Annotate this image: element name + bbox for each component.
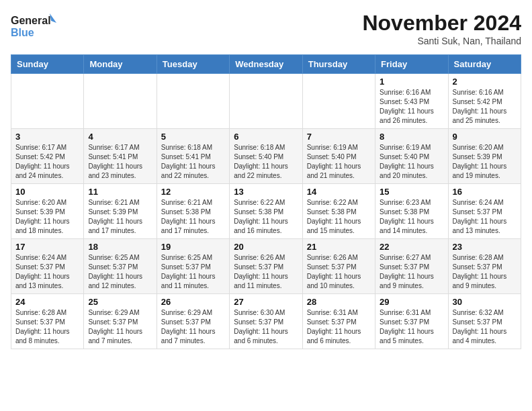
day-number: 20 bbox=[234, 242, 298, 252]
day-info: Sunrise: 6:24 AMSunset: 5:37 PMDaylight:… bbox=[453, 198, 517, 236]
day-number: 7 bbox=[307, 132, 371, 142]
day-info: Sunrise: 6:16 AMSunset: 5:42 PMDaylight:… bbox=[453, 88, 517, 126]
day-info: Sunrise: 6:20 AMSunset: 5:39 PMDaylight:… bbox=[453, 143, 517, 181]
calendar-cell: 14Sunrise: 6:22 AMSunset: 5:38 PMDayligh… bbox=[302, 184, 375, 239]
day-info: Sunrise: 6:18 AMSunset: 5:41 PMDaylight:… bbox=[161, 143, 225, 181]
day-number: 11 bbox=[88, 187, 152, 197]
day-number: 10 bbox=[15, 187, 79, 197]
calendar-cell: 20Sunrise: 6:26 AMSunset: 5:37 PMDayligh… bbox=[230, 239, 302, 294]
weekday-header-tuesday: Tuesday bbox=[157, 55, 229, 74]
day-number: 1 bbox=[380, 77, 443, 87]
week-row-2: 3Sunrise: 6:17 AMSunset: 5:42 PMDaylight… bbox=[11, 129, 521, 184]
weekday-header-row: SundayMondayTuesdayWednesdayThursdayFrid… bbox=[11, 55, 521, 74]
svg-text:Blue: Blue bbox=[11, 27, 34, 38]
day-info: Sunrise: 6:26 AMSunset: 5:37 PMDaylight:… bbox=[234, 253, 298, 291]
calendar-cell: 9Sunrise: 6:20 AMSunset: 5:39 PMDaylight… bbox=[448, 129, 521, 184]
day-info: Sunrise: 6:17 AMSunset: 5:42 PMDaylight:… bbox=[15, 143, 79, 181]
title-block: November 2024 Santi Suk, Nan, Thailand bbox=[362, 11, 521, 46]
calendar-cell: 15Sunrise: 6:23 AMSunset: 5:38 PMDayligh… bbox=[375, 184, 448, 239]
day-number: 25 bbox=[88, 297, 152, 307]
calendar-cell: 5Sunrise: 6:18 AMSunset: 5:41 PMDaylight… bbox=[157, 129, 229, 184]
logo: General Blue bbox=[11, 11, 58, 40]
day-number: 22 bbox=[380, 242, 443, 252]
calendar-cell: 13Sunrise: 6:22 AMSunset: 5:38 PMDayligh… bbox=[230, 184, 302, 239]
calendar-cell: 6Sunrise: 6:18 AMSunset: 5:40 PMDaylight… bbox=[230, 129, 302, 184]
day-info: Sunrise: 6:32 AMSunset: 5:37 PMDaylight:… bbox=[453, 308, 517, 346]
weekday-header-friday: Friday bbox=[375, 55, 448, 74]
day-number: 9 bbox=[453, 132, 517, 142]
day-info: Sunrise: 6:25 AMSunset: 5:37 PMDaylight:… bbox=[161, 253, 225, 291]
calendar-cell: 17Sunrise: 6:24 AMSunset: 5:37 PMDayligh… bbox=[11, 239, 84, 294]
day-number: 4 bbox=[88, 132, 152, 142]
calendar-cell: 19Sunrise: 6:25 AMSunset: 5:37 PMDayligh… bbox=[157, 239, 229, 294]
day-number: 18 bbox=[88, 242, 152, 252]
calendar-cell: 27Sunrise: 6:30 AMSunset: 5:37 PMDayligh… bbox=[230, 294, 302, 349]
page-header: General Blue November 2024 Santi Suk, Na… bbox=[11, 11, 521, 46]
calendar-cell: 10Sunrise: 6:20 AMSunset: 5:39 PMDayligh… bbox=[11, 184, 84, 239]
weekday-header-monday: Monday bbox=[84, 55, 157, 74]
day-number: 5 bbox=[161, 132, 225, 142]
day-number: 28 bbox=[307, 297, 371, 307]
calendar-cell: 23Sunrise: 6:28 AMSunset: 5:37 PMDayligh… bbox=[448, 239, 521, 294]
day-info: Sunrise: 6:29 AMSunset: 5:37 PMDaylight:… bbox=[161, 308, 225, 346]
day-info: Sunrise: 6:22 AMSunset: 5:38 PMDaylight:… bbox=[307, 198, 371, 236]
calendar-cell bbox=[230, 74, 302, 129]
day-info: Sunrise: 6:31 AMSunset: 5:37 PMDaylight:… bbox=[380, 308, 443, 346]
day-number: 12 bbox=[161, 187, 225, 197]
day-number: 14 bbox=[307, 187, 371, 197]
calendar-cell: 7Sunrise: 6:19 AMSunset: 5:40 PMDaylight… bbox=[302, 129, 375, 184]
day-info: Sunrise: 6:28 AMSunset: 5:37 PMDaylight:… bbox=[453, 253, 517, 291]
day-info: Sunrise: 6:21 AMSunset: 5:38 PMDaylight:… bbox=[161, 198, 225, 236]
calendar-cell: 16Sunrise: 6:24 AMSunset: 5:37 PMDayligh… bbox=[448, 184, 521, 239]
calendar-cell: 26Sunrise: 6:29 AMSunset: 5:37 PMDayligh… bbox=[157, 294, 229, 349]
calendar-cell bbox=[302, 74, 375, 129]
day-number: 6 bbox=[234, 132, 298, 142]
weekday-header-sunday: Sunday bbox=[11, 55, 84, 74]
day-info: Sunrise: 6:28 AMSunset: 5:37 PMDaylight:… bbox=[15, 308, 79, 346]
day-info: Sunrise: 6:20 AMSunset: 5:39 PMDaylight:… bbox=[15, 198, 79, 236]
day-info: Sunrise: 6:17 AMSunset: 5:41 PMDaylight:… bbox=[88, 143, 152, 181]
calendar-cell: 28Sunrise: 6:31 AMSunset: 5:37 PMDayligh… bbox=[302, 294, 375, 349]
svg-text:General: General bbox=[11, 15, 51, 26]
calendar-cell: 2Sunrise: 6:16 AMSunset: 5:42 PMDaylight… bbox=[448, 74, 521, 129]
week-row-1: 1Sunrise: 6:16 AMSunset: 5:43 PMDaylight… bbox=[11, 74, 521, 129]
calendar-cell: 30Sunrise: 6:32 AMSunset: 5:37 PMDayligh… bbox=[448, 294, 521, 349]
month-title: November 2024 bbox=[362, 11, 521, 36]
week-row-3: 10Sunrise: 6:20 AMSunset: 5:39 PMDayligh… bbox=[11, 184, 521, 239]
calendar-cell: 3Sunrise: 6:17 AMSunset: 5:42 PMDaylight… bbox=[11, 129, 84, 184]
day-number: 8 bbox=[380, 132, 443, 142]
day-info: Sunrise: 6:23 AMSunset: 5:38 PMDaylight:… bbox=[380, 198, 443, 236]
week-row-5: 24Sunrise: 6:28 AMSunset: 5:37 PMDayligh… bbox=[11, 294, 521, 349]
calendar-cell bbox=[11, 74, 84, 129]
day-number: 15 bbox=[380, 187, 443, 197]
day-number: 16 bbox=[453, 187, 517, 197]
calendar-cell: 18Sunrise: 6:25 AMSunset: 5:37 PMDayligh… bbox=[84, 239, 157, 294]
calendar-cell: 8Sunrise: 6:19 AMSunset: 5:40 PMDaylight… bbox=[375, 129, 448, 184]
weekday-header-saturday: Saturday bbox=[448, 55, 521, 74]
day-info: Sunrise: 6:16 AMSunset: 5:43 PMDaylight:… bbox=[380, 88, 443, 126]
day-number: 24 bbox=[15, 297, 79, 307]
day-number: 21 bbox=[307, 242, 371, 252]
calendar-cell: 1Sunrise: 6:16 AMSunset: 5:43 PMDaylight… bbox=[375, 74, 448, 129]
day-number: 2 bbox=[453, 77, 517, 87]
day-number: 3 bbox=[15, 132, 79, 142]
day-number: 19 bbox=[161, 242, 225, 252]
calendar-cell: 4Sunrise: 6:17 AMSunset: 5:41 PMDaylight… bbox=[84, 129, 157, 184]
day-info: Sunrise: 6:29 AMSunset: 5:37 PMDaylight:… bbox=[88, 308, 152, 346]
day-info: Sunrise: 6:18 AMSunset: 5:40 PMDaylight:… bbox=[234, 143, 298, 181]
calendar-cell: 12Sunrise: 6:21 AMSunset: 5:38 PMDayligh… bbox=[157, 184, 229, 239]
calendar-table: SundayMondayTuesdayWednesdayThursdayFrid… bbox=[11, 54, 521, 349]
calendar-cell bbox=[157, 74, 229, 129]
day-info: Sunrise: 6:26 AMSunset: 5:37 PMDaylight:… bbox=[307, 253, 371, 291]
day-info: Sunrise: 6:25 AMSunset: 5:37 PMDaylight:… bbox=[88, 253, 152, 291]
day-number: 29 bbox=[380, 297, 443, 307]
day-number: 17 bbox=[15, 242, 79, 252]
logo-svg: General Blue bbox=[11, 11, 58, 40]
week-row-4: 17Sunrise: 6:24 AMSunset: 5:37 PMDayligh… bbox=[11, 239, 521, 294]
calendar-cell: 25Sunrise: 6:29 AMSunset: 5:37 PMDayligh… bbox=[84, 294, 157, 349]
day-info: Sunrise: 6:21 AMSunset: 5:39 PMDaylight:… bbox=[88, 198, 152, 236]
day-info: Sunrise: 6:30 AMSunset: 5:37 PMDaylight:… bbox=[234, 308, 298, 346]
location-subtitle: Santi Suk, Nan, Thailand bbox=[362, 36, 521, 46]
calendar-cell: 24Sunrise: 6:28 AMSunset: 5:37 PMDayligh… bbox=[11, 294, 84, 349]
day-info: Sunrise: 6:31 AMSunset: 5:37 PMDaylight:… bbox=[307, 308, 371, 346]
